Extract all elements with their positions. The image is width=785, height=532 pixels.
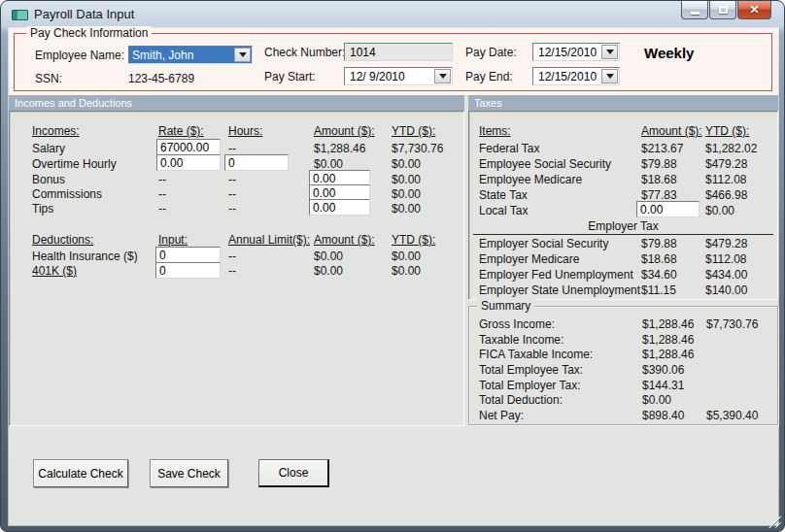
- chevron-down-icon: [239, 52, 247, 57]
- check-number-label: Check Number:: [264, 46, 345, 59]
- check-number-value: 1014: [350, 46, 376, 59]
- maximize-icon: [719, 6, 728, 14]
- income-row-label: Salary: [32, 142, 65, 155]
- employee-name-value: Smith, John: [132, 49, 193, 62]
- tax-row-label: State Tax: [479, 188, 528, 202]
- incomes-header-rate: Rate ($):: [158, 124, 204, 138]
- tax-row-label: Employee Medicare: [479, 173, 582, 186]
- calculate-check-button[interactable]: Calculate Check: [33, 459, 128, 487]
- chevron-down-icon: [606, 50, 614, 54]
- tips-amount-input[interactable]: [309, 199, 370, 216]
- ssn-label: SSN:: [35, 72, 62, 85]
- deduction-401k-link[interactable]: 401K ($): [32, 264, 77, 278]
- income-row-rate: --: [158, 173, 166, 186]
- health-insurance-input[interactable]: [155, 247, 221, 263]
- tax-row-amount: $79.88: [641, 157, 677, 171]
- income-row-ytd: $0.00: [392, 202, 421, 216]
- tax-row-ytd: $1,282.02: [705, 142, 757, 155]
- tax-row-amount: $213.67: [641, 142, 683, 155]
- summary-row-label: Net Pay:: [479, 409, 524, 422]
- pay-date-datepicker[interactable]: 12/15/2010: [532, 43, 620, 61]
- ssn-value: 123-45-6789: [128, 72, 194, 85]
- taxes-header-ytd: YTD ($):: [705, 124, 749, 138]
- form-icon: [12, 10, 28, 20]
- income-row-ytd: $0.00: [392, 173, 421, 186]
- tax-row-ytd: $112.08: [705, 173, 747, 186]
- summary-row-amount: $144.31: [642, 379, 684, 392]
- pay-start-datepicker[interactable]: 12/ 9/2010: [344, 67, 453, 85]
- minimize-button[interactable]: [681, 1, 708, 19]
- close-window-button[interactable]: ✕: [737, 1, 771, 19]
- taxes-panel: Items: Amount ($): YTD ($): Federal Tax …: [468, 111, 778, 300]
- summary-row-amount: $1,288.46: [642, 348, 694, 361]
- tax-row-label: Local Tax: [479, 204, 528, 217]
- pay-end-label: Pay End:: [465, 70, 513, 83]
- employee-name-dropdown-button[interactable]: [234, 48, 251, 62]
- summary-row-ytd: $7,730.76: [706, 317, 758, 331]
- summary-row-amount: $0.00: [642, 393, 671, 407]
- income-row-hours: --: [228, 173, 236, 186]
- paycheck-info-groupbox: Pay Check Information Employee Name: Smi…: [14, 33, 772, 91]
- employee-name-combobox[interactable]: Smith, John: [128, 46, 253, 64]
- incomes-deductions-panel: Incomes: Rate ($): Hours: Amount ($): YT…: [9, 111, 464, 426]
- tax-row-ytd: $466.98: [705, 188, 747, 202]
- deductions-header-item: Deductions:: [32, 233, 93, 247]
- income-row-ytd: $7,730.76: [392, 142, 443, 155]
- deduction-row-ytd: $0.00: [392, 264, 421, 278]
- 401k-input[interactable]: [155, 262, 221, 279]
- check-number-field[interactable]: 1014: [344, 43, 453, 61]
- income-row-label: Overtime Hourly: [32, 157, 117, 171]
- employer-tax-group-label: Employer Tax: [473, 219, 773, 235]
- summary-group-label: Summary: [477, 299, 534, 313]
- summary-row-label: Taxable Income:: [479, 333, 563, 347]
- salary-rate-input[interactable]: [156, 139, 221, 155]
- tax-row-label: Employee Social Security: [479, 157, 611, 171]
- title-bar[interactable]: Payroll Data Input ✕: [1, 1, 784, 28]
- income-row-rate: --: [158, 187, 166, 201]
- pay-end-datepicker[interactable]: 12/15/2010: [532, 67, 620, 85]
- overtime-rate-input[interactable]: [156, 154, 221, 171]
- save-check-button[interactable]: Save Check: [150, 459, 228, 487]
- incomes-header-ytd: YTD ($):: [392, 124, 435, 138]
- deductions-header-amount: Amount ($):: [314, 233, 375, 247]
- tax-row-amount: $18.68: [641, 252, 677, 266]
- close-button[interactable]: Close: [258, 459, 329, 487]
- pay-start-value: 12/ 9/2010: [350, 70, 405, 83]
- pay-start-dropdown-button[interactable]: [434, 69, 451, 83]
- pay-date-label: Pay Date:: [465, 46, 517, 59]
- deduction-row-amount: $0.00: [314, 249, 343, 263]
- close-icon: ✕: [749, 4, 759, 16]
- income-row-label: Commissions: [32, 187, 102, 201]
- summary-row-label: Total Employee Tax:: [479, 363, 583, 377]
- deductions-header-limit: Annual Limit($):: [228, 233, 310, 247]
- chevron-down-icon: [606, 74, 614, 79]
- deduction-row-ytd: $0.00: [392, 249, 421, 263]
- incomes-header-hours: Hours:: [228, 124, 262, 138]
- tax-row-amount: $79.88: [641, 237, 677, 250]
- summary-row-amount: $1,288.46: [642, 333, 694, 347]
- minimize-icon: [691, 12, 700, 15]
- pay-end-value: 12/15/2010: [538, 70, 597, 83]
- summary-row-ytd: $5,390.40: [706, 409, 758, 422]
- local-tax-input[interactable]: [636, 201, 700, 217]
- tax-row-ytd: $112.08: [705, 252, 747, 266]
- income-row-hours: --: [228, 142, 236, 155]
- tax-row-ytd: $140.00: [705, 283, 747, 297]
- income-row-amount: $0.00: [314, 157, 343, 171]
- overtime-hours-input[interactable]: [224, 154, 289, 171]
- deductions-header-input: Input:: [158, 233, 188, 247]
- maximize-button[interactable]: [709, 1, 736, 19]
- summary-row-label: Total Deduction:: [479, 393, 563, 407]
- deduction-row-amount: $0.00: [314, 264, 343, 278]
- tax-row-amount: $34.60: [641, 268, 677, 282]
- tax-row-label: Federal Tax: [479, 142, 539, 155]
- paycheck-info-band: Pay Check Information Employee Name: Smi…: [9, 28, 778, 95]
- pay-date-dropdown-button[interactable]: [601, 45, 618, 59]
- deduction-row-limit: --: [228, 249, 236, 263]
- tax-row-label: Employer Medicare: [479, 252, 579, 266]
- incomes-header-item: Incomes:: [32, 124, 80, 138]
- pay-end-dropdown-button[interactable]: [601, 69, 618, 83]
- paycheck-group-label: Pay Check Information: [26, 26, 152, 40]
- income-row-hours: --: [228, 187, 236, 201]
- incomes-header-amount: Amount ($):: [314, 124, 375, 138]
